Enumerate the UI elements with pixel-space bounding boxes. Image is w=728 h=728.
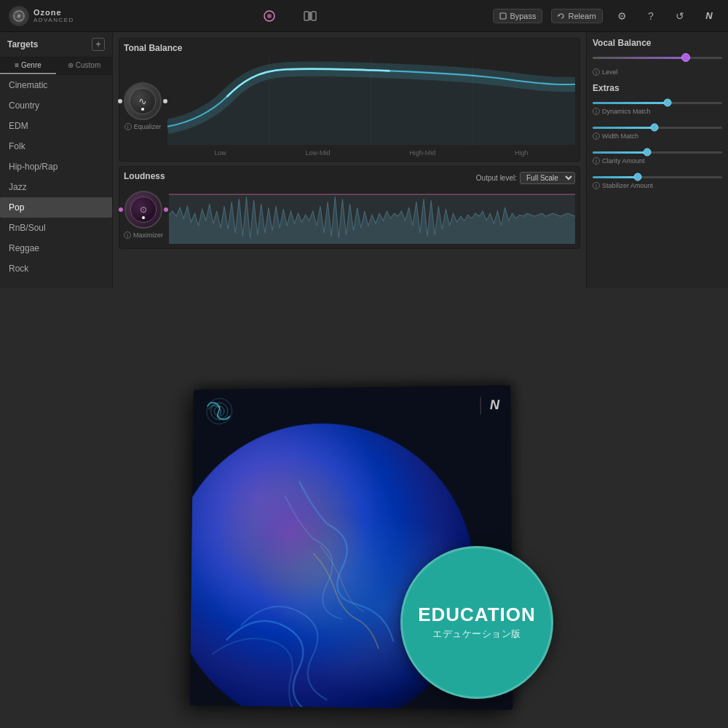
maximizer-label: i Maximizer xyxy=(124,232,163,239)
vocal-level-label: i Level xyxy=(593,68,722,76)
width-fill xyxy=(593,127,654,129)
equalizer-knob[interactable]: ∿ xyxy=(124,82,162,120)
svg-point-2 xyxy=(17,15,20,17)
genre-hiphop[interactable]: Hip-hop/Rap xyxy=(0,157,112,177)
svg-point-4 xyxy=(267,14,272,18)
clarity-label: i Clarity Amount xyxy=(593,157,722,165)
ni-logo-top: N xyxy=(699,6,719,26)
stabilizer-fill xyxy=(593,176,638,178)
vocal-track xyxy=(593,57,722,59)
width-info-icon[interactable]: i xyxy=(593,132,600,140)
genre-country[interactable]: Country xyxy=(0,95,112,116)
max-info-icon[interactable]: i xyxy=(124,232,131,239)
ozone-logo-icon xyxy=(9,6,29,26)
app-subtitle: ADVANCED xyxy=(33,17,74,23)
education-text-en: EDUCATION xyxy=(418,604,536,625)
clarity-fill xyxy=(593,151,647,154)
clarity-slider[interactable] xyxy=(593,147,722,157)
vocal-level-slider[interactable] xyxy=(593,52,722,63)
card-divider xyxy=(480,397,481,414)
dynamics-fill xyxy=(593,102,668,104)
genre-edm[interactable]: EDM xyxy=(0,116,112,136)
bypass-button[interactable]: Bypass xyxy=(493,9,542,23)
axis-labels: Low Low-Mid High-Mid High xyxy=(167,149,575,157)
sidebar-header: Targets + xyxy=(0,32,112,58)
top-center-nav xyxy=(93,4,486,28)
education-text-jp: エデュケーション版 xyxy=(432,628,521,641)
svg-rect-6 xyxy=(309,12,311,20)
width-slider[interactable] xyxy=(593,122,722,132)
loudness-inner: ⊙ i Maximizer xyxy=(124,186,575,244)
tonal-inner: ∿ i Equalizer xyxy=(124,56,575,157)
stabilizer-track xyxy=(593,176,722,178)
genre-folk[interactable]: Folk xyxy=(0,136,112,157)
extras-section: Extras i Dynamics Match xyxy=(593,83,722,197)
dynamics-track xyxy=(593,102,722,104)
center-panel: Tonal Balance ∿ xyxy=(113,32,586,288)
undo-icon[interactable]: ↺ xyxy=(670,6,690,26)
max-knob-left-dot xyxy=(119,207,123,212)
vocal-balance-title: Vocal Balance xyxy=(593,38,722,48)
width-thumb[interactable] xyxy=(651,124,659,132)
vocal-thumb[interactable] xyxy=(681,53,690,62)
dynamics-label: i Dynamics Match xyxy=(593,108,722,115)
spiral-logo-icon xyxy=(202,393,237,429)
settings-icon[interactable]: ⚙ xyxy=(612,6,632,26)
vocal-balance-section: Vocal Balance i Level xyxy=(593,38,722,76)
tonal-chart xyxy=(167,56,575,148)
svg-rect-5 xyxy=(304,12,309,20)
genre-reggae[interactable]: Reggae xyxy=(0,238,112,258)
dynamics-slider[interactable] xyxy=(593,98,722,108)
genre-list: Cinematic Country EDM Folk Hip-hop/Rap J… xyxy=(0,75,112,288)
stabilizer-slider[interactable] xyxy=(593,172,722,182)
clarity-info-icon[interactable]: i xyxy=(593,157,600,165)
dynamics-thumb[interactable] xyxy=(664,99,672,107)
max-knob-right-dot xyxy=(164,207,168,212)
logo-area: Ozone ADVANCED xyxy=(9,6,74,26)
top-bar: Ozone ADVANCED Bypass Relearn ⚙ xyxy=(0,0,728,32)
clarity-row: i Clarity Amount xyxy=(593,147,722,165)
genre-cinematic[interactable]: Cinematic xyxy=(0,75,112,95)
width-label: i Width Match xyxy=(593,132,722,140)
dynamics-match-row: i Dynamics Match xyxy=(593,98,722,115)
top-right-controls: Bypass Relearn ⚙ ? ↺ N xyxy=(493,6,719,26)
knob-inner: ∿ xyxy=(130,88,156,114)
dynamics-info-icon[interactable]: i xyxy=(593,108,600,115)
stabilizer-thumb[interactable] xyxy=(634,173,642,181)
svg-rect-7 xyxy=(312,12,316,20)
stabilizer-row: i Stabilizer Amount xyxy=(593,172,722,189)
tonal-balance-title: Tonal Balance xyxy=(124,43,575,53)
knob-left-dot xyxy=(118,99,122,103)
svg-rect-8 xyxy=(500,13,506,19)
width-track xyxy=(593,127,722,129)
ni-logo-text: N xyxy=(490,397,499,413)
product-overlay: N EDUCATION エデュケー xyxy=(175,277,553,728)
eq-icon: ∿ xyxy=(138,95,147,107)
maximizer-knob-area: ⊙ i Maximizer xyxy=(124,191,163,239)
tab-custom[interactable]: ⊕ Custom xyxy=(56,58,112,74)
nav-modules-icon[interactable] xyxy=(298,4,322,28)
sidebar-tabs: ≡ Genre ⊕ Custom xyxy=(0,58,112,75)
equalizer-label: i Equalizer xyxy=(124,123,162,130)
tonal-chart-area: Low Low-Mid High-Mid High xyxy=(167,56,575,157)
genre-pop[interactable]: Pop xyxy=(0,197,112,218)
width-match-row: i Width Match xyxy=(593,122,722,140)
genre-rnb[interactable]: RnB/Soul xyxy=(0,218,112,238)
relearn-button[interactable]: Relearn xyxy=(551,9,603,23)
genre-jazz[interactable]: Jazz xyxy=(0,177,112,197)
tab-genre[interactable]: ≡ Genre xyxy=(0,58,56,74)
extras-title: Extras xyxy=(593,83,722,93)
stabilizer-info-icon[interactable]: i xyxy=(593,182,600,189)
maximizer-knob[interactable]: ⊙ xyxy=(124,191,162,229)
help-icon[interactable]: ? xyxy=(641,6,661,26)
nav-mixer-icon[interactable] xyxy=(258,4,281,28)
genre-rock[interactable]: Rock xyxy=(0,258,112,279)
sidebar: Targets + ≡ Genre ⊕ Custom Cinematic Cou… xyxy=(0,32,113,288)
vocal-level-row xyxy=(593,52,722,63)
clarity-thumb[interactable] xyxy=(643,149,651,157)
output-level-select[interactable]: Full Scale True Peak xyxy=(520,172,575,184)
eq-info-icon[interactable]: i xyxy=(124,123,132,130)
knob-indicator xyxy=(141,108,144,111)
add-target-button[interactable]: + xyxy=(92,38,105,51)
vocal-info-icon[interactable]: i xyxy=(593,68,600,76)
